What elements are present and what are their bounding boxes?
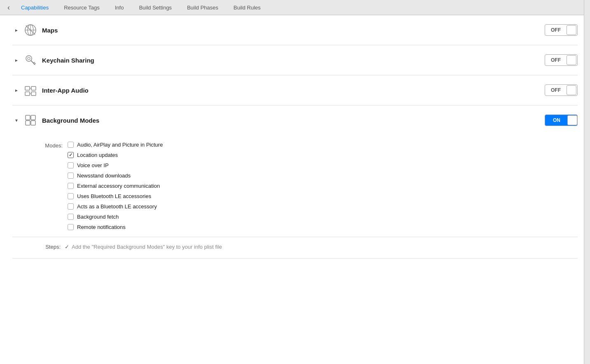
bgmodes-toggle-thumb bbox=[567, 115, 577, 125]
keychain-toggle-thumb bbox=[567, 55, 576, 65]
keychain-row-left: ► Keychain Sharing bbox=[12, 53, 545, 68]
step-check-icon: ✓ bbox=[65, 244, 69, 250]
maps-toggle-label: OFF bbox=[545, 27, 567, 33]
bgmodes-toggle-label: ON bbox=[545, 117, 567, 123]
mode-checkbox-1[interactable] bbox=[68, 152, 74, 158]
mode-item-4[interactable]: External accessory communication bbox=[68, 183, 163, 189]
mode-checkbox-0[interactable] bbox=[68, 142, 74, 148]
bgmodes-toggle-container: ON bbox=[545, 114, 578, 126]
svg-line-8 bbox=[33, 62, 35, 63]
mode-item-3[interactable]: Newsstand downloads bbox=[68, 173, 163, 179]
tab-build-phases[interactable]: Build Phases bbox=[180, 0, 226, 15]
mode-checkbox-8[interactable] bbox=[68, 224, 74, 230]
bgmodes-name: Background Modes bbox=[42, 117, 99, 124]
interapp-toggle-label: OFF bbox=[545, 87, 567, 93]
bgmodes-row-left: ▼ Background Modes bbox=[12, 113, 545, 128]
mode-label-6: Acts as a Bluetooth LE accessory bbox=[77, 203, 157, 210]
maps-icon bbox=[23, 23, 38, 37]
svg-rect-18 bbox=[26, 121, 30, 125]
steps-label: Steps: bbox=[38, 244, 61, 250]
keychain-toggle-label: OFF bbox=[545, 57, 567, 63]
interapp-row: ► Inter-App Audio OFF bbox=[12, 75, 578, 105]
mode-label-7: Background fetch bbox=[77, 214, 119, 220]
tab-build-rules[interactable]: Build Rules bbox=[226, 0, 269, 15]
mode-checkbox-2[interactable] bbox=[68, 162, 74, 168]
interapp-row-left: ► Inter-App Audio bbox=[12, 83, 545, 98]
mode-label-0: Audio, AirPlay and Picture in Picture bbox=[77, 142, 163, 148]
svg-point-6 bbox=[28, 57, 30, 60]
maps-expand-arrow[interactable]: ► bbox=[12, 28, 21, 33]
bgmodes-icon bbox=[23, 113, 38, 128]
step-text: Add the "Required Background Modes" key … bbox=[72, 244, 222, 250]
svg-rect-16 bbox=[26, 115, 30, 120]
mode-item-0[interactable]: Audio, AirPlay and Picture in Picture bbox=[68, 142, 163, 148]
mode-label-2: Voice over IP bbox=[77, 162, 109, 168]
svg-point-5 bbox=[26, 56, 32, 61]
mode-label-4: External accessory communication bbox=[77, 183, 160, 189]
interapp-name: Inter-App Audio bbox=[42, 87, 89, 94]
svg-rect-19 bbox=[31, 121, 35, 125]
mode-item-8[interactable]: Remote notifications bbox=[68, 224, 163, 230]
svg-rect-10 bbox=[25, 86, 30, 90]
step-item: ✓ Add the "Required Background Modes" ke… bbox=[65, 244, 222, 250]
bgmodes-toggle[interactable]: ON bbox=[545, 114, 578, 126]
interapp-toggle-thumb bbox=[567, 85, 576, 95]
mode-checkbox-6[interactable] bbox=[68, 203, 74, 210]
maps-row: ► Maps OFF bbox=[12, 15, 578, 45]
bgmodes-expand-arrow[interactable]: ▼ bbox=[12, 118, 21, 123]
tab-resource-tags[interactable]: Resource Tags bbox=[56, 0, 107, 15]
mode-checkbox-5[interactable] bbox=[68, 193, 74, 199]
content-area: ► Maps OFF ► bbox=[0, 15, 590, 364]
interapp-toggle-container: OFF bbox=[545, 84, 578, 96]
modes-label: Modes: bbox=[38, 142, 63, 149]
mode-checkbox-7[interactable] bbox=[68, 214, 74, 220]
scrollbar[interactable] bbox=[584, 0, 590, 364]
interapp-toggle[interactable]: OFF bbox=[545, 84, 578, 96]
mode-checkbox-3[interactable] bbox=[68, 173, 74, 179]
keychain-toggle-container: OFF bbox=[545, 54, 578, 66]
mode-label-5: Uses Bluetooth LE accessories bbox=[77, 193, 151, 199]
keychain-expand-arrow[interactable]: ► bbox=[12, 58, 21, 63]
keychain-row: ► Keychain Sharing OFF bbox=[12, 45, 578, 75]
maps-toggle[interactable]: OFF bbox=[545, 24, 578, 36]
bgmodes-expanded: Modes: Audio, AirPlay and Picture in Pic… bbox=[12, 135, 578, 259]
modes-list: Audio, AirPlay and Picture in PictureLoc… bbox=[68, 142, 163, 230]
mode-item-2[interactable]: Voice over IP bbox=[68, 162, 163, 168]
keychain-name: Keychain Sharing bbox=[42, 57, 94, 64]
mode-checkbox-4[interactable] bbox=[68, 183, 74, 189]
mode-label-3: Newsstand downloads bbox=[77, 173, 131, 179]
svg-rect-13 bbox=[31, 92, 36, 96]
bgmodes-row: ▼ Background Modes ON bbox=[12, 105, 578, 135]
maps-row-left: ► Maps bbox=[12, 23, 545, 37]
tab-bar: ‹ Capabilities Resource Tags Info Build … bbox=[0, 0, 590, 15]
svg-rect-17 bbox=[31, 115, 35, 120]
svg-rect-11 bbox=[31, 86, 36, 90]
mode-label-8: Remote notifications bbox=[77, 224, 126, 230]
maps-toggle-container: OFF bbox=[545, 24, 578, 36]
modes-row: Modes: Audio, AirPlay and Picture in Pic… bbox=[12, 142, 578, 230]
mode-item-6[interactable]: Acts as a Bluetooth LE accessory bbox=[68, 203, 163, 210]
mode-label-1: Location updates bbox=[77, 152, 118, 158]
interapp-icon bbox=[23, 83, 38, 98]
tab-build-settings[interactable]: Build Settings bbox=[131, 0, 180, 15]
keychain-icon bbox=[23, 53, 38, 68]
keychain-toggle[interactable]: OFF bbox=[545, 54, 578, 66]
steps-section: Steps: ✓ Add the "Required Background Mo… bbox=[12, 237, 578, 250]
maps-name: Maps bbox=[42, 27, 58, 34]
mode-item-7[interactable]: Background fetch bbox=[68, 214, 163, 220]
interapp-expand-arrow[interactable]: ► bbox=[12, 88, 21, 93]
svg-rect-12 bbox=[25, 92, 30, 96]
tab-capabilities[interactable]: Capabilities bbox=[14, 0, 56, 15]
mode-item-1[interactable]: Location updates bbox=[68, 152, 163, 158]
tab-info[interactable]: Info bbox=[108, 0, 132, 15]
maps-toggle-thumb bbox=[567, 25, 576, 35]
tab-back[interactable]: ‹ bbox=[4, 0, 14, 15]
mode-item-5[interactable]: Uses Bluetooth LE accessories bbox=[68, 193, 163, 199]
